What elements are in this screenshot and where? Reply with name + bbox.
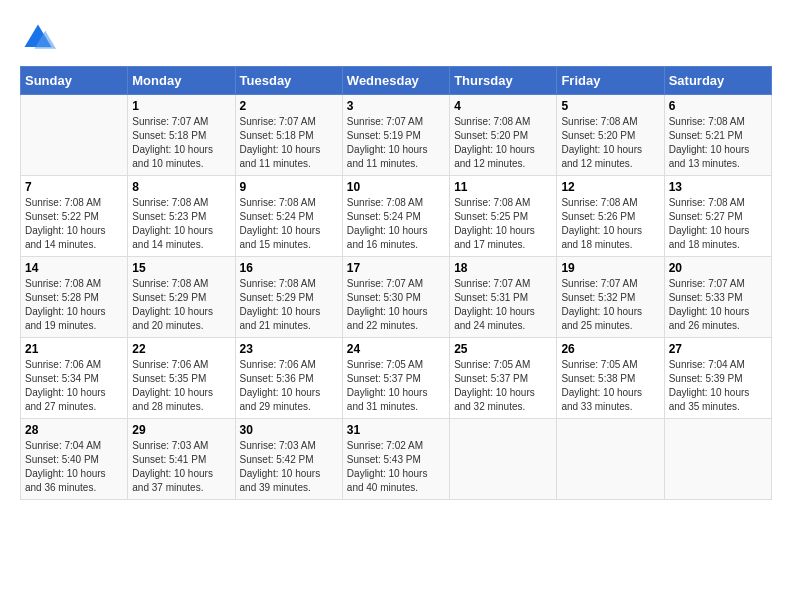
calendar-cell: 10Sunrise: 7:08 AMSunset: 5:24 PMDayligh… [342,176,449,257]
day-number: 12 [561,180,659,194]
calendar-cell: 14Sunrise: 7:08 AMSunset: 5:28 PMDayligh… [21,257,128,338]
calendar-cell: 18Sunrise: 7:07 AMSunset: 5:31 PMDayligh… [450,257,557,338]
day-number: 29 [132,423,230,437]
calendar-cell: 27Sunrise: 7:04 AMSunset: 5:39 PMDayligh… [664,338,771,419]
day-info: Sunrise: 7:07 AMSunset: 5:33 PMDaylight:… [669,277,767,333]
day-info: Sunrise: 7:08 AMSunset: 5:26 PMDaylight:… [561,196,659,252]
day-number: 16 [240,261,338,275]
day-number: 2 [240,99,338,113]
day-number: 10 [347,180,445,194]
day-info: Sunrise: 7:07 AMSunset: 5:32 PMDaylight:… [561,277,659,333]
calendar-cell: 11Sunrise: 7:08 AMSunset: 5:25 PMDayligh… [450,176,557,257]
day-info: Sunrise: 7:07 AMSunset: 5:18 PMDaylight:… [132,115,230,171]
week-row-1: 1Sunrise: 7:07 AMSunset: 5:18 PMDaylight… [21,95,772,176]
calendar-cell: 15Sunrise: 7:08 AMSunset: 5:29 PMDayligh… [128,257,235,338]
day-info: Sunrise: 7:07 AMSunset: 5:30 PMDaylight:… [347,277,445,333]
day-info: Sunrise: 7:08 AMSunset: 5:23 PMDaylight:… [132,196,230,252]
calendar-cell: 22Sunrise: 7:06 AMSunset: 5:35 PMDayligh… [128,338,235,419]
day-number: 3 [347,99,445,113]
calendar-cell: 25Sunrise: 7:05 AMSunset: 5:37 PMDayligh… [450,338,557,419]
calendar-cell: 16Sunrise: 7:08 AMSunset: 5:29 PMDayligh… [235,257,342,338]
day-info: Sunrise: 7:07 AMSunset: 5:31 PMDaylight:… [454,277,552,333]
day-number: 28 [25,423,123,437]
day-number: 11 [454,180,552,194]
calendar-cell [664,419,771,500]
calendar-cell [450,419,557,500]
day-number: 31 [347,423,445,437]
header-friday: Friday [557,67,664,95]
day-info: Sunrise: 7:08 AMSunset: 5:20 PMDaylight:… [454,115,552,171]
day-info: Sunrise: 7:08 AMSunset: 5:29 PMDaylight:… [240,277,338,333]
day-info: Sunrise: 7:03 AMSunset: 5:42 PMDaylight:… [240,439,338,495]
day-number: 13 [669,180,767,194]
day-info: Sunrise: 7:06 AMSunset: 5:34 PMDaylight:… [25,358,123,414]
calendar-cell: 4Sunrise: 7:08 AMSunset: 5:20 PMDaylight… [450,95,557,176]
logo-icon [20,20,56,56]
day-info: Sunrise: 7:08 AMSunset: 5:28 PMDaylight:… [25,277,123,333]
calendar-cell: 23Sunrise: 7:06 AMSunset: 5:36 PMDayligh… [235,338,342,419]
day-number: 20 [669,261,767,275]
day-number: 26 [561,342,659,356]
day-info: Sunrise: 7:02 AMSunset: 5:43 PMDaylight:… [347,439,445,495]
day-info: Sunrise: 7:07 AMSunset: 5:18 PMDaylight:… [240,115,338,171]
day-info: Sunrise: 7:07 AMSunset: 5:19 PMDaylight:… [347,115,445,171]
calendar-cell: 6Sunrise: 7:08 AMSunset: 5:21 PMDaylight… [664,95,771,176]
day-info: Sunrise: 7:08 AMSunset: 5:29 PMDaylight:… [132,277,230,333]
day-info: Sunrise: 7:04 AMSunset: 5:39 PMDaylight:… [669,358,767,414]
calendar-cell: 19Sunrise: 7:07 AMSunset: 5:32 PMDayligh… [557,257,664,338]
header-thursday: Thursday [450,67,557,95]
header-saturday: Saturday [664,67,771,95]
day-number: 8 [132,180,230,194]
day-number: 14 [25,261,123,275]
day-number: 22 [132,342,230,356]
calendar-cell: 8Sunrise: 7:08 AMSunset: 5:23 PMDaylight… [128,176,235,257]
header-row: SundayMondayTuesdayWednesdayThursdayFrid… [21,67,772,95]
day-number: 27 [669,342,767,356]
calendar-cell: 5Sunrise: 7:08 AMSunset: 5:20 PMDaylight… [557,95,664,176]
day-info: Sunrise: 7:06 AMSunset: 5:36 PMDaylight:… [240,358,338,414]
day-info: Sunrise: 7:05 AMSunset: 5:37 PMDaylight:… [347,358,445,414]
day-number: 5 [561,99,659,113]
calendar-cell: 7Sunrise: 7:08 AMSunset: 5:22 PMDaylight… [21,176,128,257]
day-number: 18 [454,261,552,275]
calendar-body: 1Sunrise: 7:07 AMSunset: 5:18 PMDaylight… [21,95,772,500]
calendar-cell: 12Sunrise: 7:08 AMSunset: 5:26 PMDayligh… [557,176,664,257]
header-monday: Monday [128,67,235,95]
calendar-cell: 13Sunrise: 7:08 AMSunset: 5:27 PMDayligh… [664,176,771,257]
calendar-cell: 30Sunrise: 7:03 AMSunset: 5:42 PMDayligh… [235,419,342,500]
calendar-cell [21,95,128,176]
day-info: Sunrise: 7:04 AMSunset: 5:40 PMDaylight:… [25,439,123,495]
day-number: 6 [669,99,767,113]
calendar-cell: 28Sunrise: 7:04 AMSunset: 5:40 PMDayligh… [21,419,128,500]
calendar-cell: 29Sunrise: 7:03 AMSunset: 5:41 PMDayligh… [128,419,235,500]
page-header [20,20,772,56]
header-tuesday: Tuesday [235,67,342,95]
calendar-cell: 17Sunrise: 7:07 AMSunset: 5:30 PMDayligh… [342,257,449,338]
day-number: 1 [132,99,230,113]
day-info: Sunrise: 7:08 AMSunset: 5:20 PMDaylight:… [561,115,659,171]
day-number: 24 [347,342,445,356]
day-number: 30 [240,423,338,437]
calendar-cell: 1Sunrise: 7:07 AMSunset: 5:18 PMDaylight… [128,95,235,176]
calendar-cell: 9Sunrise: 7:08 AMSunset: 5:24 PMDaylight… [235,176,342,257]
day-info: Sunrise: 7:03 AMSunset: 5:41 PMDaylight:… [132,439,230,495]
calendar-cell: 3Sunrise: 7:07 AMSunset: 5:19 PMDaylight… [342,95,449,176]
week-row-4: 21Sunrise: 7:06 AMSunset: 5:34 PMDayligh… [21,338,772,419]
day-info: Sunrise: 7:05 AMSunset: 5:37 PMDaylight:… [454,358,552,414]
day-number: 23 [240,342,338,356]
day-info: Sunrise: 7:08 AMSunset: 5:27 PMDaylight:… [669,196,767,252]
day-info: Sunrise: 7:08 AMSunset: 5:24 PMDaylight:… [240,196,338,252]
calendar-cell [557,419,664,500]
day-number: 15 [132,261,230,275]
day-number: 21 [25,342,123,356]
week-row-2: 7Sunrise: 7:08 AMSunset: 5:22 PMDaylight… [21,176,772,257]
day-info: Sunrise: 7:08 AMSunset: 5:25 PMDaylight:… [454,196,552,252]
header-sunday: Sunday [21,67,128,95]
calendar-cell: 2Sunrise: 7:07 AMSunset: 5:18 PMDaylight… [235,95,342,176]
calendar-cell: 21Sunrise: 7:06 AMSunset: 5:34 PMDayligh… [21,338,128,419]
day-info: Sunrise: 7:08 AMSunset: 5:21 PMDaylight:… [669,115,767,171]
day-number: 4 [454,99,552,113]
day-info: Sunrise: 7:08 AMSunset: 5:22 PMDaylight:… [25,196,123,252]
calendar-cell: 31Sunrise: 7:02 AMSunset: 5:43 PMDayligh… [342,419,449,500]
day-info: Sunrise: 7:06 AMSunset: 5:35 PMDaylight:… [132,358,230,414]
